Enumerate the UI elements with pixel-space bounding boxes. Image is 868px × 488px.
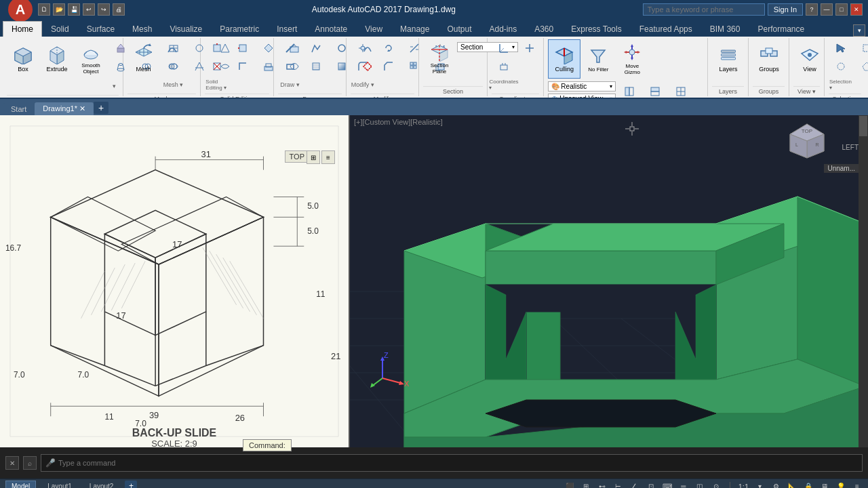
doc-tab-start[interactable]: Start bbox=[3, 103, 35, 115]
command-input[interactable] bbox=[58, 459, 858, 467]
view-icon-2[interactable]: ≡ bbox=[321, 150, 335, 164]
tab-surface[interactable]: Surface bbox=[78, 21, 123, 37]
close-btn[interactable]: ✕ bbox=[850, 3, 863, 16]
box-button[interactable]: Box bbox=[7, 39, 39, 79]
sel-3[interactable] bbox=[829, 58, 853, 75]
tab-solid[interactable]: Solid bbox=[42, 21, 78, 37]
doc-tab-drawing1[interactable]: Drawing1* ✕ bbox=[35, 102, 94, 115]
redo-btn[interactable]: ↪ bbox=[98, 3, 110, 16]
mesh-small-4[interactable] bbox=[161, 58, 186, 75]
mesh-btn[interactable]: Mesh bbox=[127, 39, 160, 79]
sel-4[interactable] bbox=[854, 58, 868, 75]
tab-home[interactable]: Home bbox=[3, 21, 42, 37]
draw-2[interactable] bbox=[304, 39, 328, 57]
transparency-icon[interactable]: ◫ bbox=[694, 481, 705, 489]
model-tab[interactable]: Model bbox=[5, 481, 36, 488]
ribbon-collapse-btn[interactable]: ▾ bbox=[853, 24, 865, 37]
tab-bim360[interactable]: BIM 360 bbox=[701, 21, 749, 37]
sel-cycle-icon[interactable]: ⊙ bbox=[711, 481, 722, 489]
tab-manage[interactable]: Manage bbox=[391, 21, 438, 37]
dynamic-input-icon[interactable]: ⌨ bbox=[662, 481, 673, 489]
mod-5[interactable] bbox=[351, 58, 375, 75]
cmd-icon-1[interactable]: ✕ bbox=[5, 456, 19, 470]
app-button[interactable]: A bbox=[8, 0, 33, 22]
groups-button[interactable]: Groups bbox=[753, 39, 785, 79]
tab-featuredapps[interactable]: Featured Apps bbox=[631, 21, 701, 37]
mesh-small-1[interactable] bbox=[161, 39, 186, 57]
view-icon-1[interactable]: ⊞ bbox=[307, 150, 320, 164]
se-1[interactable] bbox=[205, 39, 229, 57]
open-btn[interactable]: 📂 bbox=[53, 3, 65, 16]
tab-insert[interactable]: Insert bbox=[268, 21, 306, 37]
no-filter-button[interactable]: No Filter bbox=[582, 39, 614, 79]
nav-cube[interactable]: TOP R L bbox=[787, 121, 827, 161]
se-drop[interactable]: Solid Editing ▾ bbox=[205, 76, 229, 94]
mod-2[interactable] bbox=[376, 39, 401, 57]
view-dropdown[interactable]: 👁 Unsaved View ▾ bbox=[548, 94, 616, 99]
vertical-scrollbar[interactable] bbox=[859, 115, 868, 447]
tab-visualize[interactable]: Visualize bbox=[161, 21, 211, 37]
polar-tracking-icon[interactable]: ∠ bbox=[629, 481, 640, 489]
hardware-accel-icon[interactable]: 🖥 bbox=[819, 481, 830, 489]
tab-output[interactable]: Output bbox=[438, 21, 480, 37]
vw-3[interactable] bbox=[669, 83, 693, 99]
cmd-icon-2[interactable]: ⌕ bbox=[23, 456, 37, 470]
annotation-scale-icon[interactable]: ▾ bbox=[754, 481, 765, 489]
scrollbar-thumb[interactable] bbox=[859, 116, 867, 136]
modify-drop[interactable]: Modify ▾ bbox=[351, 76, 375, 94]
draw-1[interactable] bbox=[278, 39, 302, 57]
small-btn-7[interactable]: ▾ bbox=[108, 77, 119, 95]
coord-2[interactable] bbox=[517, 39, 542, 57]
left-viewport[interactable]: TOP ⊞ ≡ bbox=[0, 115, 350, 447]
draw-5[interactable] bbox=[278, 58, 302, 75]
tab-parametric[interactable]: Parametric bbox=[211, 21, 268, 37]
search-input[interactable] bbox=[643, 3, 765, 16]
layout2-tab[interactable]: Layout2 bbox=[83, 481, 120, 488]
print-btn[interactable]: 🖨 bbox=[113, 3, 125, 16]
culling-button[interactable]: Culling bbox=[548, 39, 580, 79]
snap-mode-icon[interactable]: ⊷ bbox=[597, 481, 608, 489]
new-layout-button[interactable]: + bbox=[125, 481, 137, 489]
new-btn[interactable]: 🗋 bbox=[38, 3, 50, 16]
mod-6[interactable] bbox=[376, 58, 401, 75]
isolate-icon[interactable]: 💡 bbox=[835, 481, 846, 489]
lock-icon[interactable]: 🔒 bbox=[803, 481, 814, 489]
tab-addins[interactable]: Add-ins bbox=[481, 21, 526, 37]
undo-btn[interactable]: ↩ bbox=[83, 3, 95, 16]
visual-style-dropdown[interactable]: 🎨 Realistic ▾ bbox=[548, 81, 616, 92]
grid-display-icon[interactable]: ⊞ bbox=[580, 481, 591, 489]
se-2[interactable] bbox=[231, 39, 255, 57]
workspace-icon[interactable]: ⚙ bbox=[770, 481, 781, 489]
draw-6[interactable] bbox=[304, 58, 328, 75]
selection-drop[interactable]: Selection ▾ bbox=[829, 76, 853, 94]
signin-button[interactable]: Sign In bbox=[768, 3, 803, 16]
lineweight-icon[interactable]: ═ bbox=[678, 481, 689, 489]
move-gizmo-button[interactable]: Move Gizmo bbox=[616, 39, 648, 79]
ortho-mode-icon[interactable]: ⊢ bbox=[613, 481, 624, 489]
view-large-button[interactable]: View bbox=[793, 39, 826, 79]
new-tab-button[interactable]: + bbox=[94, 102, 108, 114]
isnap-icon[interactable]: ⊡ bbox=[646, 481, 656, 489]
save-btn[interactable]: 💾 bbox=[68, 3, 80, 16]
layers-button[interactable]: Layers bbox=[712, 39, 745, 79]
vw-2[interactable] bbox=[643, 83, 667, 99]
draw-drop[interactable]: Draw ▾ bbox=[278, 76, 302, 94]
right-viewport[interactable]: [+][Custom View][Realistic] bbox=[350, 115, 868, 447]
tab-view[interactable]: View bbox=[356, 21, 391, 37]
model-space-icon[interactable]: ⬛ bbox=[564, 481, 575, 489]
minimize-btn[interactable]: — bbox=[821, 3, 833, 16]
top-label[interactable]: TOP bbox=[285, 150, 309, 163]
tab-mesh[interactable]: Mesh bbox=[123, 21, 161, 37]
tab-expresstools[interactable]: Express Tools bbox=[562, 21, 630, 37]
layout1-tab[interactable]: Layout1 bbox=[41, 481, 78, 488]
customize-icon[interactable]: ≡ bbox=[852, 481, 863, 489]
help-btn[interactable]: ? bbox=[806, 3, 818, 16]
maximize-btn[interactable]: □ bbox=[835, 3, 848, 16]
units-icon[interactable]: 📐 bbox=[787, 481, 797, 489]
se-6[interactable] bbox=[231, 58, 255, 75]
smooth-object-button[interactable]: Smooth Object bbox=[75, 39, 107, 79]
sel-2[interactable] bbox=[854, 39, 868, 57]
tab-a360[interactable]: A360 bbox=[526, 21, 562, 37]
coord-1[interactable] bbox=[492, 39, 516, 57]
coord-drop[interactable]: Coordinates ▾ bbox=[492, 76, 516, 94]
